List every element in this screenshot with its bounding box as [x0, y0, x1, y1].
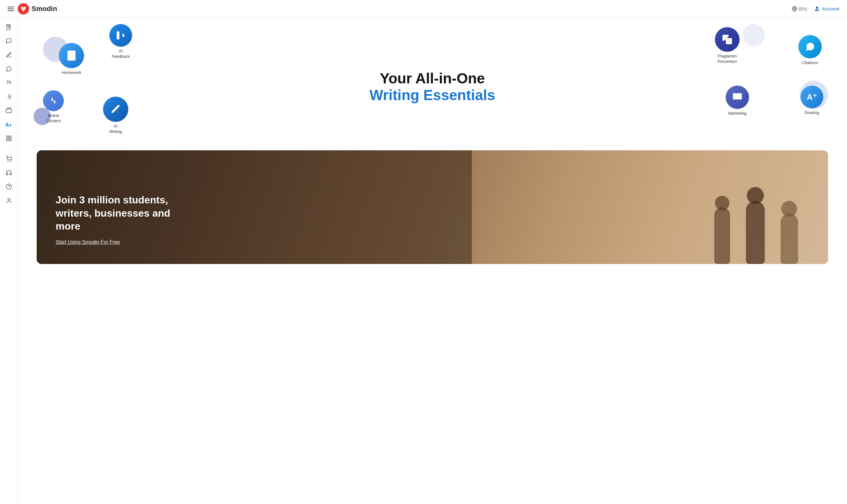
plagiarism-icon: [722, 34, 733, 45]
student-1: [708, 188, 737, 264]
hero-title-line1: Your All-in-One: [369, 70, 495, 87]
account-button[interactable]: Account: [813, 5, 840, 12]
feature-homework[interactable]: Homework: [59, 43, 84, 75]
pen-icon: [6, 52, 12, 60]
sidebar-item-help[interactable]: [2, 181, 15, 194]
marketing-icon: [732, 92, 743, 103]
sidebar: A+: [0, 18, 18, 504]
sidebar-item-apps[interactable]: [2, 133, 15, 145]
ai-writing-icon: [110, 104, 121, 115]
profile-icon: [6, 197, 12, 205]
sidebar-item-pen[interactable]: [2, 49, 15, 62]
sidebar-item-translate[interactable]: [2, 77, 15, 90]
language-label: (En): [799, 6, 807, 11]
plagiarism-label: PlagiarismPrevention: [718, 54, 737, 65]
header-left: Smodin: [7, 3, 57, 15]
feature-ai-feedback[interactable]: AIFeedback: [109, 24, 132, 59]
hero-title-line2: Writing Essentials: [369, 87, 495, 104]
logo[interactable]: Smodin: [18, 3, 57, 15]
chat-icon: [6, 38, 12, 46]
account-icon: [813, 5, 820, 12]
grading-label: Grading: [805, 110, 819, 115]
ai-feedback-label: AIFeedback: [111, 49, 129, 59]
hero-text: Your All-in-One Writing Essentials: [369, 70, 495, 104]
smodin-logo-icon: [18, 3, 29, 15]
sidebar-item-message[interactable]: [2, 63, 15, 76]
svg-rect-13: [6, 139, 8, 141]
sidebar-item-documents[interactable]: [2, 21, 15, 34]
banner-cta-button[interactable]: Start Using Smodin For Free: [56, 239, 182, 245]
sidebar-item-profile[interactable]: [2, 195, 15, 208]
svg-rect-12: [9, 136, 11, 138]
marketing-label: Marketing: [728, 111, 746, 116]
ai-writing-circle: [103, 97, 128, 122]
svg-point-22: [728, 40, 730, 42]
brand-content-circle: [43, 90, 64, 111]
support-icon: [6, 169, 12, 178]
student-3: [777, 195, 803, 264]
feature-grading[interactable]: A⁺ Grading: [800, 86, 823, 115]
svg-point-2: [816, 6, 818, 8]
document-icon: [6, 24, 12, 32]
header-right: (En) Account: [792, 5, 840, 12]
language-button[interactable]: (En): [792, 6, 807, 12]
menu-button[interactable]: [7, 7, 14, 11]
feature-ai-writing[interactable]: AIWriting: [103, 97, 128, 134]
homework-label: Homework: [62, 70, 81, 75]
ai-writing-label: AIWriting: [109, 124, 122, 134]
banner-content: Join 3 million students, writers, busine…: [56, 194, 182, 245]
svg-rect-14: [9, 139, 11, 141]
ai-feedback-circle: [109, 24, 132, 47]
banner-section: Join 3 million students, writers, busine…: [37, 150, 828, 264]
feature-marketing[interactable]: Marketing: [726, 86, 749, 116]
svg-point-16: [11, 161, 11, 161]
apps-icon: [6, 135, 12, 143]
help-icon: [6, 183, 12, 191]
svg-rect-23: [733, 93, 742, 100]
sidebar-item-grade[interactable]: A+: [2, 119, 15, 131]
hero-section: Your All-in-One Writing Essentials AIFee…: [18, 18, 847, 150]
brand-content-icon: [49, 96, 58, 106]
grade-icon: A+: [5, 122, 12, 128]
feature-brand-content[interactable]: BrandContent: [43, 90, 64, 124]
citations-label: Citations: [802, 60, 818, 66]
plagiarism-circle: [715, 27, 740, 52]
sidebar-item-cart[interactable]: [2, 153, 15, 166]
svg-point-19: [7, 198, 10, 200]
sidebar-item-chat[interactable]: [2, 35, 15, 48]
svg-rect-11: [6, 136, 8, 138]
account-label: Account: [822, 6, 840, 11]
svg-rect-3: [7, 24, 10, 30]
sidebar-item-support[interactable]: [2, 167, 15, 180]
translate-icon: [792, 6, 797, 12]
ai-feedback-icon: [115, 30, 126, 41]
main-content: Your All-in-One Writing Essentials AIFee…: [18, 18, 847, 504]
list-icon: [6, 93, 12, 101]
message-icon: [6, 66, 12, 74]
flashcards-icon: [6, 107, 12, 115]
translate-icon: [6, 79, 12, 88]
sidebar-item-list[interactable]: [2, 91, 15, 104]
students-silhouette: [708, 176, 803, 264]
homework-icon: [65, 50, 77, 61]
marketing-circle: [726, 86, 749, 109]
brand-content-label: BrandContent: [46, 113, 61, 124]
header: Smodin (En) Account: [0, 0, 847, 18]
citations-icon: [805, 41, 815, 52]
student-2: [741, 176, 773, 264]
citations-circle: [798, 35, 822, 58]
svg-point-15: [7, 161, 8, 161]
feature-plagiarism[interactable]: PlagiarismPrevention: [715, 27, 740, 65]
banner-headline: Join 3 million students, writers, busine…: [56, 194, 182, 233]
homework-circle: [59, 43, 84, 68]
grading-circle: A⁺: [800, 86, 823, 108]
svg-rect-10: [6, 109, 11, 113]
cart-icon: [6, 156, 12, 164]
feature-citations[interactable]: Citations: [798, 35, 822, 66]
decorative-blob-3: [743, 24, 765, 46]
sidebar-divider: [4, 149, 14, 149]
grading-icon-text: A⁺: [807, 92, 817, 102]
logo-text: Smodin: [32, 5, 57, 13]
sidebar-item-flashcards[interactable]: [2, 105, 15, 118]
